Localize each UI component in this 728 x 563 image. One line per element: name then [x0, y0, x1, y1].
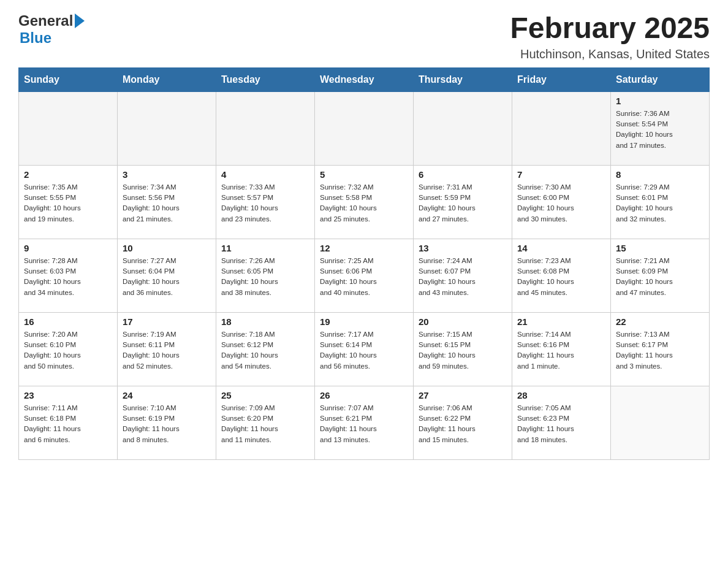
day-number: 27	[419, 390, 507, 400]
calendar-cell	[118, 91, 216, 165]
day-number: 13	[419, 243, 507, 253]
calendar-cell: 4Sunrise: 7:33 AM Sunset: 5:57 PM Daylig…	[216, 165, 315, 239]
calendar-cell: 13Sunrise: 7:24 AM Sunset: 6:07 PM Dayli…	[414, 239, 512, 312]
title-section: February 2025 Hutchinson, Kansas, United…	[510, 12, 710, 61]
day-number: 16	[24, 316, 112, 327]
calendar-header-friday: Friday	[512, 67, 611, 91]
calendar-cell: 12Sunrise: 7:25 AM Sunset: 6:06 PM Dayli…	[315, 239, 414, 312]
calendar-cell	[414, 91, 512, 165]
day-info: Sunrise: 7:07 AM Sunset: 6:21 PM Dayligh…	[320, 403, 408, 445]
day-number: 2	[24, 169, 112, 180]
day-info: Sunrise: 7:28 AM Sunset: 6:03 PM Dayligh…	[24, 256, 112, 298]
day-info: Sunrise: 7:31 AM Sunset: 5:59 PM Dayligh…	[419, 182, 507, 224]
calendar-cell	[315, 91, 414, 165]
day-info: Sunrise: 7:14 AM Sunset: 6:16 PM Dayligh…	[517, 329, 605, 372]
day-info: Sunrise: 7:36 AM Sunset: 5:54 PM Dayligh…	[616, 109, 704, 151]
calendar-cell: 24Sunrise: 7:10 AM Sunset: 6:19 PM Dayli…	[118, 386, 216, 459]
day-info: Sunrise: 7:32 AM Sunset: 5:58 PM Dayligh…	[320, 182, 408, 224]
day-info: Sunrise: 7:17 AM Sunset: 6:14 PM Dayligh…	[320, 329, 408, 372]
calendar-cell	[611, 386, 710, 459]
calendar-week-row: 9Sunrise: 7:28 AM Sunset: 6:03 PM Daylig…	[19, 239, 710, 312]
day-info: Sunrise: 7:09 AM Sunset: 6:20 PM Dayligh…	[221, 403, 309, 445]
day-number: 11	[221, 243, 309, 253]
calendar-cell: 19Sunrise: 7:17 AM Sunset: 6:14 PM Dayli…	[315, 312, 414, 386]
calendar-cell: 26Sunrise: 7:07 AM Sunset: 6:21 PM Dayli…	[315, 386, 414, 459]
day-number: 8	[616, 169, 704, 180]
day-info: Sunrise: 7:20 AM Sunset: 6:10 PM Dayligh…	[24, 329, 112, 372]
day-number: 12	[320, 243, 408, 253]
calendar-header-sunday: Sunday	[19, 67, 118, 91]
day-info: Sunrise: 7:34 AM Sunset: 5:56 PM Dayligh…	[123, 182, 211, 224]
day-info: Sunrise: 7:05 AM Sunset: 6:23 PM Dayligh…	[517, 403, 605, 445]
location-text: Hutchinson, Kansas, United States	[510, 47, 710, 61]
calendar-cell: 11Sunrise: 7:26 AM Sunset: 6:05 PM Dayli…	[216, 239, 315, 312]
day-info: Sunrise: 7:06 AM Sunset: 6:22 PM Dayligh…	[419, 403, 507, 445]
day-info: Sunrise: 7:26 AM Sunset: 6:05 PM Dayligh…	[221, 256, 309, 298]
day-info: Sunrise: 7:30 AM Sunset: 6:00 PM Dayligh…	[517, 182, 605, 224]
calendar-cell: 8Sunrise: 7:29 AM Sunset: 6:01 PM Daylig…	[611, 165, 710, 239]
calendar-cell	[19, 91, 118, 165]
day-number: 5	[320, 169, 408, 180]
day-number: 15	[616, 243, 704, 253]
day-number: 22	[616, 316, 704, 327]
calendar-header-saturday: Saturday	[611, 67, 710, 91]
day-info: Sunrise: 7:13 AM Sunset: 6:17 PM Dayligh…	[616, 329, 704, 372]
calendar-cell: 23Sunrise: 7:11 AM Sunset: 6:18 PM Dayli…	[19, 386, 118, 459]
calendar-cell: 17Sunrise: 7:19 AM Sunset: 6:11 PM Dayli…	[118, 312, 216, 386]
calendar-header-thursday: Thursday	[414, 67, 512, 91]
day-number: 24	[123, 390, 211, 400]
calendar-cell: 3Sunrise: 7:34 AM Sunset: 5:56 PM Daylig…	[118, 165, 216, 239]
calendar-week-row: 1Sunrise: 7:36 AM Sunset: 5:54 PM Daylig…	[19, 91, 710, 165]
calendar-cell: 16Sunrise: 7:20 AM Sunset: 6:10 PM Dayli…	[19, 312, 118, 386]
day-number: 9	[24, 243, 112, 253]
day-info: Sunrise: 7:24 AM Sunset: 6:07 PM Dayligh…	[419, 256, 507, 298]
day-number: 17	[123, 316, 211, 327]
day-info: Sunrise: 7:19 AM Sunset: 6:11 PM Dayligh…	[123, 329, 211, 372]
calendar-cell: 6Sunrise: 7:31 AM Sunset: 5:59 PM Daylig…	[414, 165, 512, 239]
day-info: Sunrise: 7:29 AM Sunset: 6:01 PM Dayligh…	[616, 182, 704, 224]
calendar-header-tuesday: Tuesday	[216, 67, 315, 91]
day-number: 26	[320, 390, 408, 400]
month-title: February 2025	[510, 12, 710, 45]
day-number: 28	[517, 390, 605, 400]
day-number: 6	[419, 169, 507, 180]
calendar-cell: 2Sunrise: 7:35 AM Sunset: 5:55 PM Daylig…	[19, 165, 118, 239]
day-number: 4	[221, 169, 309, 180]
calendar-cell: 25Sunrise: 7:09 AM Sunset: 6:20 PM Dayli…	[216, 386, 315, 459]
calendar-week-row: 2Sunrise: 7:35 AM Sunset: 5:55 PM Daylig…	[19, 165, 710, 239]
day-info: Sunrise: 7:33 AM Sunset: 5:57 PM Dayligh…	[221, 182, 309, 224]
day-info: Sunrise: 7:27 AM Sunset: 6:04 PM Dayligh…	[123, 256, 211, 298]
day-info: Sunrise: 7:25 AM Sunset: 6:06 PM Dayligh…	[320, 256, 408, 298]
calendar-cell: 22Sunrise: 7:13 AM Sunset: 6:17 PM Dayli…	[611, 312, 710, 386]
day-number: 3	[123, 169, 211, 180]
calendar-header-wednesday: Wednesday	[315, 67, 414, 91]
calendar-cell: 18Sunrise: 7:18 AM Sunset: 6:12 PM Dayli…	[216, 312, 315, 386]
day-info: Sunrise: 7:23 AM Sunset: 6:08 PM Dayligh…	[517, 256, 605, 298]
page-header: General Blue February 2025 Hutchinson, K…	[18, 12, 710, 61]
calendar-cell	[216, 91, 315, 165]
day-number: 10	[123, 243, 211, 253]
calendar-cell: 1Sunrise: 7:36 AM Sunset: 5:54 PM Daylig…	[611, 91, 710, 165]
day-info: Sunrise: 7:18 AM Sunset: 6:12 PM Dayligh…	[221, 329, 309, 372]
day-info: Sunrise: 7:15 AM Sunset: 6:15 PM Dayligh…	[419, 329, 507, 372]
day-number: 21	[517, 316, 605, 327]
logo: General Blue	[18, 12, 85, 47]
day-number: 25	[221, 390, 309, 400]
calendar-cell: 9Sunrise: 7:28 AM Sunset: 6:03 PM Daylig…	[19, 239, 118, 312]
day-info: Sunrise: 7:21 AM Sunset: 6:09 PM Dayligh…	[616, 256, 704, 298]
day-number: 20	[419, 316, 507, 327]
calendar-cell: 28Sunrise: 7:05 AM Sunset: 6:23 PM Dayli…	[512, 386, 611, 459]
calendar-header-row: SundayMondayTuesdayWednesdayThursdayFrid…	[19, 67, 710, 91]
calendar-cell: 15Sunrise: 7:21 AM Sunset: 6:09 PM Dayli…	[611, 239, 710, 312]
calendar-cell: 7Sunrise: 7:30 AM Sunset: 6:00 PM Daylig…	[512, 165, 611, 239]
day-number: 23	[24, 390, 112, 400]
day-info: Sunrise: 7:11 AM Sunset: 6:18 PM Dayligh…	[24, 403, 112, 445]
day-number: 1	[616, 96, 704, 106]
day-number: 14	[517, 243, 605, 253]
logo-general-text: General	[18, 12, 73, 29]
calendar-cell: 14Sunrise: 7:23 AM Sunset: 6:08 PM Dayli…	[512, 239, 611, 312]
calendar-header-monday: Monday	[118, 67, 216, 91]
day-info: Sunrise: 7:10 AM Sunset: 6:19 PM Dayligh…	[123, 403, 211, 445]
calendar-cell	[512, 91, 611, 165]
logo-triangle-icon	[75, 13, 85, 28]
